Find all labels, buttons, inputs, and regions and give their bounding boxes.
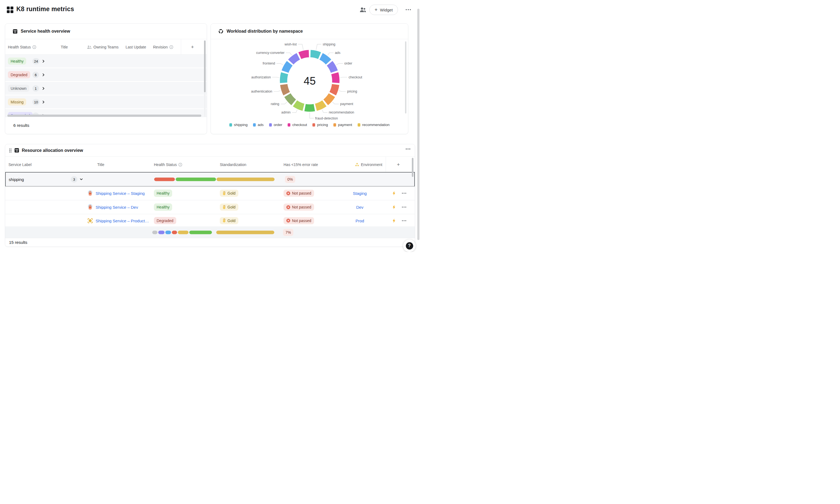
- donut-segment-recommendation[interactable]: [316, 103, 325, 107]
- panel-menu-icon[interactable]: [406, 148, 410, 150]
- service-health-header: Service health overview: [5, 24, 207, 39]
- donut-label-checkout: checkout: [349, 75, 363, 79]
- health-bar-segment: [178, 231, 189, 234]
- environment-link[interactable]: Staging: [341, 191, 379, 196]
- donut-segment-pricing[interactable]: [333, 85, 336, 94]
- row-menu-icon[interactable]: [402, 220, 406, 221]
- panel-scrollbar-thumb[interactable]: [405, 41, 406, 113]
- donut-label-pricing: pricing: [347, 90, 357, 93]
- error-rate-badge: Not passed: [283, 217, 314, 224]
- legend-label: recommendation: [362, 123, 390, 127]
- service-row[interactable]: Shipping Service – DevHealthyGoldNot pas…: [5, 200, 415, 214]
- service-title-link[interactable]: Shipping Service – Producti…: [95, 218, 149, 223]
- donut-segment-admin[interactable]: [295, 103, 303, 107]
- not-passed-label: Not passed: [292, 218, 311, 223]
- scorecard-bolt-icon[interactable]: [392, 218, 396, 223]
- cluster-icon: [355, 163, 359, 166]
- resource-panel-header: Resource allocation overview: [5, 144, 415, 157]
- horizontal-scrollbar-thumb[interactable]: [7, 114, 201, 117]
- donut-segment-ads[interactable]: [321, 56, 329, 62]
- service-title-link[interactable]: Shipping Service – Dev: [95, 205, 138, 210]
- legend-item-ads[interactable]: ads: [253, 123, 264, 127]
- donut-segment-wish-list[interactable]: [300, 54, 309, 55]
- legend-item-checkout[interactable]: checkout: [287, 123, 307, 127]
- donut-segment-frontend[interactable]: [285, 63, 290, 72]
- info-icon[interactable]: [170, 45, 173, 49]
- donut-segment-checkout[interactable]: [335, 73, 336, 83]
- legend-item-pricing[interactable]: pricing: [312, 123, 328, 127]
- vertical-scrollbar-thumb[interactable]: [204, 40, 206, 92]
- donut-segment-order[interactable]: [330, 63, 334, 72]
- share-users-icon[interactable]: [360, 7, 366, 13]
- row-menu-icon[interactable]: [402, 193, 406, 194]
- pie-chart-widget-icon: [218, 29, 223, 34]
- vertical-scrollbar-thumb[interactable]: [412, 158, 414, 177]
- row-menu-icon[interactable]: [402, 206, 406, 208]
- health-status-badge: Healthy: [154, 190, 172, 197]
- column-header-environment[interactable]: Environment: [355, 157, 382, 172]
- donut-segment-currency-converter[interactable]: [291, 56, 299, 62]
- service-title-link[interactable]: Shipping Service – Staging: [95, 191, 145, 196]
- aggregate-row: 7%: [5, 227, 415, 238]
- expand-row-icon[interactable]: [42, 87, 45, 90]
- donut-segment-payment[interactable]: [326, 95, 332, 102]
- group-row-shipping[interactable]: shipping 3 0%: [5, 172, 415, 186]
- legend-item-recommendation[interactable]: recommendation: [357, 123, 390, 127]
- environment-link[interactable]: Prod: [341, 218, 379, 223]
- column-header-revision[interactable]: Revision: [153, 39, 173, 55]
- column-header-error-rate[interactable]: Has <15% error rate: [283, 157, 318, 172]
- column-header-health-status[interactable]: Health Status: [154, 157, 182, 172]
- scorecard-bolt-icon[interactable]: [392, 191, 396, 196]
- table-row[interactable]: Degraded6: [5, 68, 207, 82]
- not-passed-badge: Not passed: [283, 217, 314, 224]
- environment-link[interactable]: Dev: [341, 205, 379, 210]
- page-header: K8 runtime metrics + Widget: [0, 0, 420, 20]
- service-row[interactable]: Shipping Service – StagingHealthyGoldNot…: [5, 186, 415, 200]
- add-column-button[interactable]: +: [191, 39, 194, 55]
- drag-handle-icon[interactable]: [9, 148, 12, 153]
- column-header-title[interactable]: Title: [61, 39, 68, 55]
- info-icon[interactable]: [178, 163, 182, 166]
- page-menu-icon[interactable]: [406, 9, 411, 10]
- donut-segment-fraud-detection[interactable]: [305, 108, 314, 108]
- add-column-button[interactable]: +: [397, 157, 400, 172]
- label-leader-line: [310, 113, 314, 119]
- donut-segment-shipping[interactable]: [311, 54, 319, 55]
- legend-item-shipping[interactable]: shipping: [229, 123, 248, 127]
- label-leader-line: [292, 110, 297, 112]
- table-row[interactable]: Healthy24: [5, 55, 207, 68]
- service-row[interactable]: Shipping Service – Producti…DegradedGold…: [5, 214, 415, 227]
- expand-row-icon[interactable]: [42, 59, 45, 63]
- column-header-title[interactable]: Title: [97, 157, 104, 172]
- info-icon[interactable]: [32, 45, 36, 49]
- column-header-service-label[interactable]: Service Label: [8, 157, 32, 172]
- legend-item-payment[interactable]: payment: [333, 123, 352, 127]
- column-header-standardization[interactable]: Standardization: [220, 157, 246, 172]
- namespace-donut-chart[interactable]: shippingadsordercheckoutpricingpaymentre…: [211, 39, 408, 121]
- page-scrollbar-thumb[interactable]: [417, 9, 419, 240]
- column-header-last-update[interactable]: Last Update: [126, 39, 146, 55]
- donut-label-payment: payment: [340, 102, 353, 106]
- results-footer: 15 results: [5, 238, 415, 247]
- donut-segment-authorization[interactable]: [283, 73, 285, 83]
- table-row[interactable]: Unknown1: [5, 82, 207, 95]
- table-row[interactable]: Missing10: [5, 95, 207, 109]
- standardization-label: Gold: [227, 205, 235, 209]
- expand-row-icon[interactable]: [42, 73, 45, 76]
- group-standardization-bar: [216, 178, 275, 181]
- column-header-owning-teams[interactable]: Owning Teams: [87, 39, 119, 55]
- standardization-label: Gold: [227, 218, 235, 223]
- not-passed-label: Not passed: [292, 191, 311, 195]
- column-header-health-status[interactable]: Health Status: [8, 39, 36, 55]
- expand-row-icon[interactable]: [42, 100, 45, 104]
- donut-segment-authentication[interactable]: [284, 85, 287, 94]
- workload-distribution-panel: Workload distribution by namespace shipp…: [211, 23, 408, 134]
- health-bar-segment: [176, 178, 216, 181]
- legend-item-order[interactable]: order: [269, 123, 282, 127]
- collapse-group-icon[interactable]: [80, 178, 83, 181]
- donut-segment-rating[interactable]: [287, 95, 294, 102]
- add-widget-button[interactable]: + Widget: [369, 5, 398, 15]
- scorecard-bolt-icon[interactable]: [392, 205, 396, 210]
- help-button[interactable]: ?: [403, 239, 416, 252]
- legend-swatch: [312, 123, 315, 127]
